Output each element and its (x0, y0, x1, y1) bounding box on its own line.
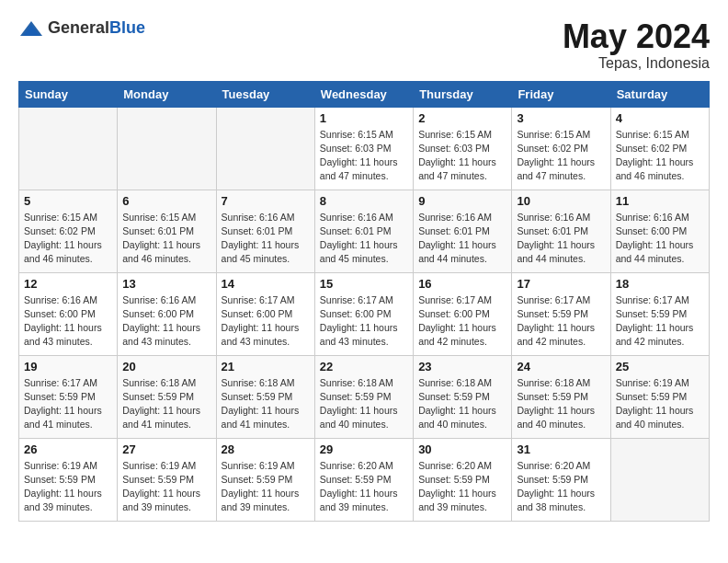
day-info: Sunrise: 6:19 AMSunset: 5:59 PMDaylight:… (616, 376, 704, 432)
calendar-cell: 17Sunrise: 6:17 AMSunset: 5:59 PMDayligh… (512, 272, 610, 355)
calendar-cell: 20Sunrise: 6:18 AMSunset: 5:59 PMDayligh… (118, 355, 216, 438)
day-info: Sunrise: 6:18 AMSunset: 5:59 PMDaylight:… (418, 376, 506, 432)
day-info: Sunrise: 6:15 AMSunset: 6:03 PMDaylight:… (320, 128, 408, 184)
day-info: Sunrise: 6:17 AMSunset: 6:00 PMDaylight:… (418, 293, 506, 350)
weekday-header-monday: Monday (118, 81, 216, 107)
week-row-4: 19Sunrise: 6:17 AMSunset: 5:59 PMDayligh… (19, 355, 710, 438)
day-number: 12 (24, 277, 112, 291)
calendar-cell: 18Sunrise: 6:17 AMSunset: 5:59 PMDayligh… (610, 272, 709, 355)
day-number: 20 (122, 360, 210, 373)
day-info: Sunrise: 6:16 AMSunset: 6:01 PMDaylight:… (222, 211, 310, 267)
day-info: Sunrise: 6:17 AMSunset: 5:59 PMDaylight:… (616, 293, 704, 350)
page-header: GeneralBlue May 2024 Tepas, Indonesia (18, 18, 710, 72)
day-info: Sunrise: 6:15 AMSunset: 6:02 PMDaylight:… (517, 128, 605, 184)
day-info: Sunrise: 6:16 AMSunset: 6:00 PMDaylight:… (122, 293, 210, 350)
day-number: 17 (517, 277, 605, 291)
day-number: 28 (222, 442, 310, 456)
calendar-cell: 8Sunrise: 6:16 AMSunset: 6:01 PMDaylight… (314, 190, 413, 272)
calendar-cell (610, 438, 709, 521)
day-number: 1 (320, 111, 408, 125)
calendar-cell: 9Sunrise: 6:16 AMSunset: 6:01 PMDaylight… (414, 190, 512, 272)
calendar-cell: 23Sunrise: 6:18 AMSunset: 5:59 PMDayligh… (414, 355, 512, 438)
day-info: Sunrise: 6:17 AMSunset: 5:59 PMDaylight:… (517, 293, 605, 350)
calendar-cell: 30Sunrise: 6:20 AMSunset: 5:59 PMDayligh… (414, 438, 512, 521)
day-info: Sunrise: 6:20 AMSunset: 5:59 PMDaylight:… (517, 459, 605, 515)
calendar-cell (118, 107, 216, 190)
logo: GeneralBlue (18, 18, 145, 38)
day-number: 5 (24, 194, 112, 208)
day-number: 31 (517, 442, 605, 456)
calendar-cell: 25Sunrise: 6:19 AMSunset: 5:59 PMDayligh… (610, 355, 709, 438)
day-number: 30 (418, 442, 506, 456)
day-number: 10 (517, 194, 605, 208)
day-number: 9 (418, 194, 506, 208)
calendar-cell: 6Sunrise: 6:15 AMSunset: 6:01 PMDaylight… (118, 190, 216, 272)
day-number: 29 (320, 442, 408, 456)
day-number: 8 (320, 194, 408, 208)
logo-blue: Blue (109, 18, 145, 37)
day-info: Sunrise: 6:16 AMSunset: 6:00 PMDaylight:… (616, 211, 704, 267)
day-info: Sunrise: 6:19 AMSunset: 5:59 PMDaylight:… (122, 459, 210, 515)
weekday-header-friday: Friday (512, 81, 610, 107)
calendar-cell (19, 107, 118, 190)
calendar-cell: 13Sunrise: 6:16 AMSunset: 6:00 PMDayligh… (118, 272, 216, 355)
weekday-header-wednesday: Wednesday (314, 81, 413, 107)
day-number: 23 (418, 360, 506, 373)
day-number: 13 (122, 277, 210, 291)
day-info: Sunrise: 6:20 AMSunset: 5:59 PMDaylight:… (320, 459, 408, 515)
calendar-cell: 10Sunrise: 6:16 AMSunset: 6:01 PMDayligh… (512, 190, 610, 272)
logo-icon (18, 19, 44, 38)
calendar-cell: 31Sunrise: 6:20 AMSunset: 5:59 PMDayligh… (512, 438, 610, 521)
calendar-table: SundayMondayTuesdayWednesdayThursdayFrid… (18, 81, 710, 522)
title-block: May 2024 Tepas, Indonesia (563, 18, 710, 72)
day-number: 25 (616, 360, 704, 373)
calendar-cell: 21Sunrise: 6:18 AMSunset: 5:59 PMDayligh… (216, 355, 314, 438)
weekday-header-thursday: Thursday (414, 81, 512, 107)
day-number: 18 (616, 277, 704, 291)
day-info: Sunrise: 6:16 AMSunset: 6:01 PMDaylight:… (517, 211, 605, 267)
day-info: Sunrise: 6:15 AMSunset: 6:02 PMDaylight:… (616, 128, 704, 184)
day-number: 11 (616, 194, 704, 208)
calendar-cell: 12Sunrise: 6:16 AMSunset: 6:00 PMDayligh… (19, 272, 118, 355)
day-number: 26 (24, 442, 112, 456)
day-info: Sunrise: 6:18 AMSunset: 5:59 PMDaylight:… (222, 376, 310, 432)
calendar-cell: 4Sunrise: 6:15 AMSunset: 6:02 PMDaylight… (610, 107, 709, 190)
calendar-cell: 27Sunrise: 6:19 AMSunset: 5:59 PMDayligh… (118, 438, 216, 521)
day-info: Sunrise: 6:16 AMSunset: 6:00 PMDaylight:… (24, 293, 112, 350)
day-number: 27 (122, 442, 210, 456)
day-info: Sunrise: 6:18 AMSunset: 5:59 PMDaylight:… (122, 376, 210, 432)
day-number: 19 (24, 360, 112, 373)
calendar-cell: 2Sunrise: 6:15 AMSunset: 6:03 PMDaylight… (414, 107, 512, 190)
calendar-cell: 26Sunrise: 6:19 AMSunset: 5:59 PMDayligh… (19, 438, 118, 521)
week-row-2: 5Sunrise: 6:15 AMSunset: 6:02 PMDaylight… (19, 190, 710, 272)
calendar-cell: 3Sunrise: 6:15 AMSunset: 6:02 PMDaylight… (512, 107, 610, 190)
calendar-cell: 7Sunrise: 6:16 AMSunset: 6:01 PMDaylight… (216, 190, 314, 272)
location: Tepas, Indonesia (563, 55, 710, 72)
day-number: 2 (418, 111, 506, 125)
calendar-cell: 24Sunrise: 6:18 AMSunset: 5:59 PMDayligh… (512, 355, 610, 438)
week-row-1: 1Sunrise: 6:15 AMSunset: 6:03 PMDaylight… (19, 107, 710, 190)
day-number: 4 (616, 111, 704, 125)
day-number: 21 (222, 360, 310, 373)
weekday-header-sunday: Sunday (19, 81, 118, 107)
weekday-header-saturday: Saturday (610, 81, 709, 107)
day-number: 22 (320, 360, 408, 373)
day-info: Sunrise: 6:15 AMSunset: 6:01 PMDaylight:… (122, 211, 210, 267)
day-info: Sunrise: 6:15 AMSunset: 6:03 PMDaylight:… (418, 128, 506, 184)
day-number: 3 (517, 111, 605, 125)
day-number: 6 (122, 194, 210, 208)
calendar-cell: 11Sunrise: 6:16 AMSunset: 6:00 PMDayligh… (610, 190, 709, 272)
logo-general: General (48, 18, 109, 37)
week-row-5: 26Sunrise: 6:19 AMSunset: 5:59 PMDayligh… (19, 438, 710, 521)
calendar-cell: 29Sunrise: 6:20 AMSunset: 5:59 PMDayligh… (314, 438, 413, 521)
calendar-cell: 5Sunrise: 6:15 AMSunset: 6:02 PMDaylight… (19, 190, 118, 272)
calendar-cell: 16Sunrise: 6:17 AMSunset: 6:00 PMDayligh… (414, 272, 512, 355)
day-info: Sunrise: 6:18 AMSunset: 5:59 PMDaylight:… (517, 376, 605, 432)
day-info: Sunrise: 6:18 AMSunset: 5:59 PMDaylight:… (320, 376, 408, 432)
calendar-cell: 22Sunrise: 6:18 AMSunset: 5:59 PMDayligh… (314, 355, 413, 438)
day-info: Sunrise: 6:17 AMSunset: 5:59 PMDaylight:… (24, 376, 112, 432)
day-number: 14 (222, 277, 310, 291)
day-number: 15 (320, 277, 408, 291)
calendar-cell: 14Sunrise: 6:17 AMSunset: 6:00 PMDayligh… (216, 272, 314, 355)
calendar-cell: 19Sunrise: 6:17 AMSunset: 5:59 PMDayligh… (19, 355, 118, 438)
